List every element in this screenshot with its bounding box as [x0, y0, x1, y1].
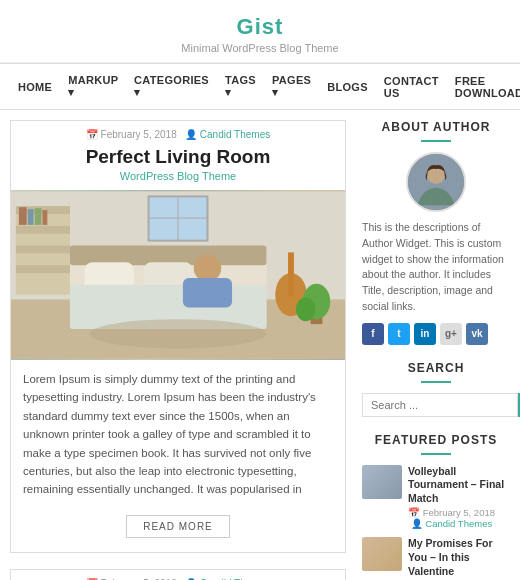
author-description: This is the descriptions of Author Widge…: [362, 220, 510, 315]
svg-rect-9: [288, 252, 294, 296]
post-image-1: [11, 190, 345, 360]
site-header: Gist Minimal WordPress Blog Theme: [0, 0, 520, 63]
featured-meta-0: 📅 February 5, 2018 👤 Candid Themes: [408, 507, 510, 529]
site-tagline: Minimal WordPress Blog Theme: [0, 42, 520, 54]
read-more-wrap: READ MORE: [11, 507, 345, 542]
svg-rect-4: [70, 246, 266, 266]
post-card-1: 📅 February 5, 2018 👤 Candid Themes Perfe…: [10, 120, 346, 553]
search-input[interactable]: [362, 393, 518, 417]
featured-author-0[interactable]: Candid Themes: [425, 518, 492, 529]
author-avatar: [406, 152, 466, 212]
post-author-icon-1: 👤: [185, 129, 197, 140]
about-author-section: ABOUT AUTHOR This is the descriptions of…: [362, 120, 510, 345]
post-date-icon: 📅: [86, 129, 98, 140]
post-date-1: February 5, 2018: [101, 129, 177, 140]
svg-point-19: [194, 254, 222, 282]
read-more-button-1[interactable]: READ MORE: [126, 515, 230, 538]
about-author-heading: ABOUT AUTHOR: [362, 120, 510, 134]
post-meta-1: 📅 February 5, 2018 👤 Candid Themes: [11, 121, 345, 144]
search-wrap: SEARCH: [362, 393, 510, 417]
search-heading: SEARCH: [362, 361, 510, 375]
nav-item-pages[interactable]: PAGES ▾: [264, 64, 319, 109]
featured-title-1[interactable]: My Promises For You – In this Valentine: [408, 537, 510, 578]
svg-rect-20: [183, 278, 232, 307]
nav-item-categories[interactable]: CATEGORIES ▾: [126, 64, 217, 109]
svg-rect-12: [16, 226, 70, 234]
social-googleplus-button[interactable]: g+: [440, 323, 462, 345]
featured-list: Volleyball Tournament – Final Match 📅 Fe…: [362, 465, 510, 581]
about-divider: [421, 140, 451, 142]
svg-rect-16: [28, 209, 34, 225]
search-section: SEARCH SEARCH: [362, 361, 510, 417]
social-twitter-button[interactable]: t: [388, 323, 410, 345]
sidebar: ABOUT AUTHOR This is the descriptions of…: [362, 120, 510, 580]
post-card-2: 📅 February 5, 2018 👤 Candid Themes Volle…: [10, 569, 346, 580]
main-nav: HOMEMARKUP ▾CATEGORIES ▾TAGS ▾PAGES ▾BLO…: [0, 63, 520, 110]
featured-divider: [421, 453, 451, 455]
social-icons: f t in g+ vk: [362, 323, 510, 345]
nav-item-home[interactable]: HOME: [10, 71, 60, 103]
content-wrap: 📅 February 5, 2018 👤 Candid Themes Perfe…: [0, 110, 520, 580]
post-title-1[interactable]: Perfect Living Room: [11, 144, 345, 170]
search-divider: [421, 381, 451, 383]
post-subtitle-1: WordPress Blog Theme: [11, 170, 345, 182]
post-excerpt-1: Lorem Ipsum is simply dummy text of the …: [11, 360, 345, 507]
main-column: 📅 February 5, 2018 👤 Candid Themes Perfe…: [10, 120, 346, 580]
svg-rect-13: [16, 246, 70, 254]
social-linkedin-button[interactable]: in: [414, 323, 436, 345]
featured-item-0: Volleyball Tournament – Final Match 📅 Fe…: [362, 465, 510, 530]
nav-item-tags[interactable]: TAGS ▾: [217, 64, 264, 109]
svg-point-27: [296, 298, 316, 322]
site-title[interactable]: Gist: [0, 14, 520, 40]
featured-item-1: My Promises For You – In this Valentine …: [362, 537, 510, 580]
featured-posts-section: FEATURED POSTS Volleyball Tournament – F…: [362, 433, 510, 581]
post-author-1[interactable]: Candid Themes: [200, 129, 270, 140]
featured-title-0[interactable]: Volleyball Tournament – Final Match: [408, 465, 510, 506]
svg-rect-15: [19, 207, 27, 225]
nav-item-blogs[interactable]: BLOGS: [319, 71, 376, 103]
nav-item-markup[interactable]: MARKUP ▾: [60, 64, 126, 109]
social-vk-button[interactable]: vk: [466, 323, 488, 345]
svg-rect-17: [35, 208, 42, 225]
nav-item-contact-us[interactable]: CONTACT US: [376, 65, 447, 109]
svg-point-28: [90, 319, 267, 348]
featured-thumb-1: [362, 537, 402, 571]
featured-posts-heading: FEATURED POSTS: [362, 433, 510, 447]
featured-info-1: My Promises For You – In this Valentine …: [408, 537, 510, 580]
post-meta-2: 📅 February 5, 2018 👤 Candid Themes: [11, 570, 345, 580]
featured-thumb-0: [362, 465, 402, 499]
svg-rect-14: [16, 265, 70, 273]
featured-info-0: Volleyball Tournament – Final Match 📅 Fe…: [408, 465, 510, 530]
social-facebook-button[interactable]: f: [362, 323, 384, 345]
nav-item-free-download[interactable]: FREE DOWNLOAD: [447, 65, 520, 109]
svg-rect-18: [42, 210, 47, 225]
